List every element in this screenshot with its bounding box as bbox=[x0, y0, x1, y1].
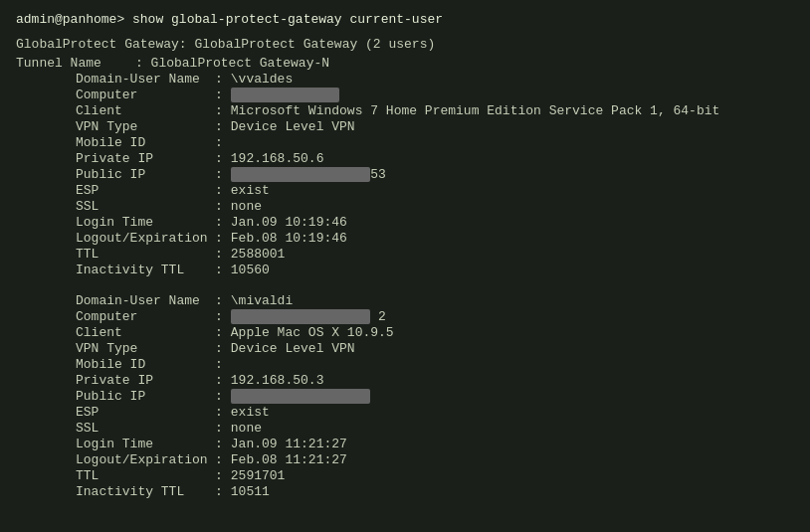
u2-privateip-colon: : bbox=[215, 373, 223, 388]
u1-logout-label: Logout/Expiration bbox=[16, 231, 215, 246]
u2-publicip-label: Public IP bbox=[16, 389, 215, 404]
u1-publicip-row: Public IP : 53 bbox=[16, 167, 794, 182]
u1-mobileid-label: Mobile ID bbox=[16, 135, 215, 150]
u1-esp-label: ESP bbox=[16, 183, 215, 198]
u1-privateip-row: Private IP : 192.168.50.6 bbox=[16, 151, 794, 166]
u1-client-row: Client : Microsoft Windows 7 Home Premiu… bbox=[16, 103, 794, 118]
u2-esp-label: ESP bbox=[16, 405, 215, 420]
u1-ssl-label: SSL bbox=[16, 199, 215, 214]
u2-publicip-row: Public IP : bbox=[16, 389, 794, 404]
tunnel-name-row: Tunnel Name : GlobalProtect Gateway-N bbox=[16, 56, 794, 71]
u2-ttl-row: TTL : 2591701 bbox=[16, 468, 794, 483]
u1-logintime-colon: : bbox=[215, 215, 223, 230]
u2-logout-colon: : bbox=[215, 452, 223, 467]
u2-domain-row: Domain-User Name : \mivaldi bbox=[16, 293, 794, 308]
u1-computer-colon: : bbox=[215, 88, 223, 102]
command-text: admin@panhome> show global-protect-gatew… bbox=[16, 12, 443, 27]
u2-mobileid-label: Mobile ID bbox=[16, 357, 215, 372]
u1-mobileid-row: Mobile ID : bbox=[16, 135, 794, 150]
u2-publicip-colon: : bbox=[215, 389, 223, 404]
u2-privateip-row: Private IP : 192.168.50.3 bbox=[16, 373, 794, 388]
u1-ttl-label: TTL bbox=[16, 247, 215, 262]
u1-ssl-row: SSL : none bbox=[16, 199, 794, 214]
u1-ttl-value: 2588001 bbox=[231, 247, 286, 262]
u2-inactivity-row: Inactivity TTL : 10511 bbox=[16, 484, 794, 499]
u2-esp-value: exist bbox=[231, 405, 270, 420]
u2-privateip-label: Private IP bbox=[16, 373, 215, 388]
u2-vpntype-colon: : bbox=[215, 341, 223, 356]
u2-logout-value: Feb.08 11:21:27 bbox=[231, 452, 347, 467]
u1-esp-colon: : bbox=[215, 183, 223, 198]
u1-privateip-value: 192.168.50.6 bbox=[231, 151, 324, 166]
u1-inactivity-colon: : bbox=[215, 263, 223, 277]
user2-block: Domain-User Name : \mivaldi Computer : 2… bbox=[16, 293, 794, 499]
u2-privateip-value: 192.168.50.3 bbox=[231, 373, 324, 388]
u2-logout-row: Logout/Expiration : Feb.08 11:21:27 bbox=[16, 452, 794, 467]
u2-logintime-colon: : bbox=[215, 437, 223, 451]
tunnel-name-label: Tunnel Name bbox=[16, 56, 135, 71]
u1-client-value: Microsoft Windows 7 Home Premium Edition… bbox=[231, 103, 719, 118]
u1-publicip-container: 53 bbox=[231, 167, 386, 182]
u1-computer-value bbox=[231, 88, 339, 102]
u1-domain-value: \vvaldes bbox=[231, 72, 293, 87]
terminal: admin@panhome> show global-protect-gatew… bbox=[16, 12, 794, 520]
u2-logout-label: Logout/Expiration bbox=[16, 452, 215, 467]
u1-logout-value: Feb.08 10:19:46 bbox=[231, 231, 347, 246]
u2-vpntype-label: VPN Type bbox=[16, 341, 215, 356]
u2-ssl-colon: : bbox=[215, 421, 223, 436]
u2-computer-suffix: 2 bbox=[370, 309, 386, 324]
u2-logintime-label: Login Time bbox=[16, 437, 215, 451]
u2-esp-row: ESP : exist bbox=[16, 405, 794, 420]
u2-publicip-container bbox=[231, 389, 370, 404]
u1-logout-colon: : bbox=[215, 231, 223, 246]
u2-domain-value: \mivaldi bbox=[231, 293, 293, 308]
u2-client-colon: : bbox=[215, 325, 223, 340]
u1-vpntype-row: VPN Type : Device Level VPN bbox=[16, 119, 794, 134]
u2-computer-blurred bbox=[231, 309, 370, 324]
u2-client-value: Apple Mac OS X 10.9.5 bbox=[231, 325, 394, 340]
u1-computer-row: Computer : bbox=[16, 88, 794, 102]
u2-domain-label: Domain-User Name bbox=[16, 293, 215, 308]
u2-mobileid-row: Mobile ID : bbox=[16, 357, 794, 372]
u1-domain-row: Domain-User Name : \vvaldes bbox=[16, 72, 794, 87]
user1-block: Domain-User Name : \vvaldes Computer : C… bbox=[16, 72, 794, 277]
u2-client-row: Client : Apple Mac OS X 10.9.5 bbox=[16, 325, 794, 340]
u2-domain-colon: : bbox=[215, 293, 223, 308]
u2-inactivity-value: 10511 bbox=[231, 484, 270, 499]
u2-logintime-row: Login Time : Jan.09 11:21:27 bbox=[16, 437, 794, 451]
u1-domain-label: Domain-User Name bbox=[16, 72, 215, 87]
u2-client-label: Client bbox=[16, 325, 215, 340]
u2-computer-row: Computer : 2 bbox=[16, 309, 794, 324]
u1-ttl-row: TTL : 2588001 bbox=[16, 247, 794, 262]
u1-vpntype-label: VPN Type bbox=[16, 119, 215, 134]
u2-inactivity-colon: : bbox=[215, 484, 223, 499]
u1-esp-row: ESP : exist bbox=[16, 183, 794, 198]
u1-inactivity-value: 10560 bbox=[231, 263, 270, 277]
u1-logout-row: Logout/Expiration : Feb.08 10:19:46 bbox=[16, 231, 794, 246]
u2-computer-colon: : bbox=[215, 309, 223, 324]
u2-ssl-row: SSL : none bbox=[16, 421, 794, 436]
u1-privateip-label: Private IP bbox=[16, 151, 215, 166]
u1-client-label: Client bbox=[16, 103, 215, 118]
u2-ssl-value: none bbox=[231, 421, 262, 436]
u2-mobileid-colon: : bbox=[215, 357, 223, 372]
u1-publicip-colon: : bbox=[215, 167, 223, 182]
u2-vpntype-row: VPN Type : Device Level VPN bbox=[16, 341, 794, 356]
u1-mobileid-colon: : bbox=[215, 135, 223, 150]
u2-computer-container: 2 bbox=[231, 309, 386, 324]
gateway-header-text: GlobalProtect Gateway: GlobalProtect Gat… bbox=[16, 37, 435, 52]
u2-inactivity-label: Inactivity TTL bbox=[16, 484, 215, 499]
u2-computer-label: Computer bbox=[16, 309, 215, 324]
u1-vpntype-value: Device Level VPN bbox=[231, 119, 355, 134]
u2-ttl-value: 2591701 bbox=[231, 468, 286, 483]
u2-vpntype-value: Device Level VPN bbox=[231, 341, 355, 356]
u1-computer-label: Computer bbox=[16, 88, 215, 102]
u2-logintime-value: Jan.09 11:21:27 bbox=[231, 437, 347, 451]
u1-logintime-value: Jan.09 10:19:46 bbox=[231, 215, 347, 230]
u1-vpntype-colon: : bbox=[215, 119, 223, 134]
u1-inactivity-row: Inactivity TTL : 10560 bbox=[16, 263, 794, 277]
u1-client-colon: : bbox=[215, 103, 223, 118]
u1-domain-colon: : bbox=[215, 72, 223, 87]
u1-ttl-colon: : bbox=[215, 247, 223, 262]
u1-inactivity-label: Inactivity TTL bbox=[16, 263, 215, 277]
